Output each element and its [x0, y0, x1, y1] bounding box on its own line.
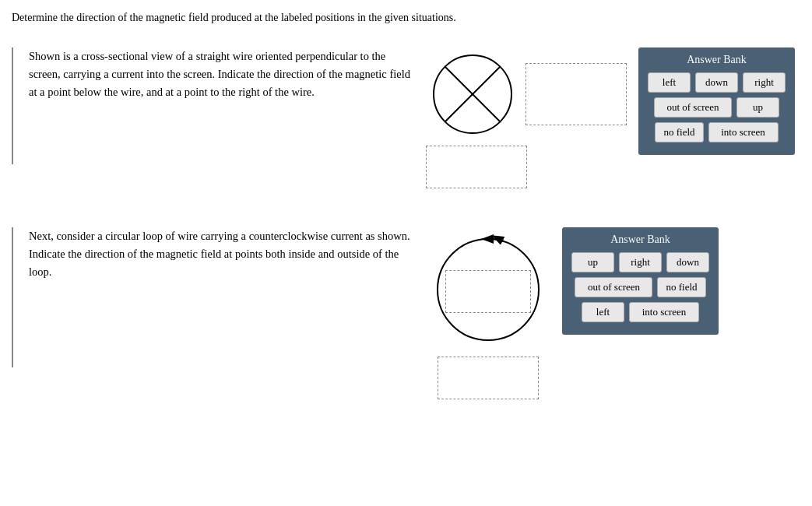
answer-btn-right-s2[interactable]: right: [619, 252, 662, 272]
drop-box-below-wire[interactable]: [426, 146, 527, 188]
wire-cross-diagram: [426, 47, 519, 141]
section1-description: Shown is a cross-sectional view of a str…: [29, 40, 410, 102]
answer-btn-down-s1[interactable]: down: [695, 72, 738, 93]
main-question: Determine the direction of the magnetic …: [12, 8, 800, 24]
answer-bank-section1: Answer Bank left down right out of scree…: [638, 47, 795, 155]
answer-btn-outofscreen-s2[interactable]: out of screen: [575, 277, 652, 297]
answer-btn-up-s1[interactable]: up: [736, 97, 779, 118]
answer-btn-intoscreen-s1[interactable]: into screen: [708, 122, 779, 142]
answer-bank-section2-title: Answer Bank: [571, 234, 709, 246]
circular-loop-diagram: [426, 227, 550, 352]
answer-bank-section1-title: Answer Bank: [648, 54, 786, 66]
answer-btn-left-s2[interactable]: left: [582, 302, 624, 322]
drop-box-loop-inside[interactable]: [445, 270, 531, 313]
drop-box-loop-outside[interactable]: [438, 357, 539, 399]
answer-btn-right-s1[interactable]: right: [743, 72, 786, 93]
answer-btn-nofield-s2[interactable]: no field: [657, 277, 705, 297]
answer-btn-nofield-s1[interactable]: no field: [655, 122, 703, 142]
answer-btn-left-s1[interactable]: left: [648, 72, 691, 93]
answer-btn-up-s2[interactable]: up: [571, 252, 614, 272]
answer-btn-intoscreen-s2[interactable]: into screen: [629, 302, 699, 322]
answer-bank-section2: Answer Bank up right down out of screen …: [562, 227, 719, 335]
answer-btn-down-s2[interactable]: down: [666, 252, 709, 272]
drop-box-right-of-wire[interactable]: [526, 63, 627, 125]
answer-btn-outofscreen-s1[interactable]: out of screen: [654, 97, 732, 118]
section2-description: Next, consider a circular loop of wire c…: [29, 220, 410, 282]
